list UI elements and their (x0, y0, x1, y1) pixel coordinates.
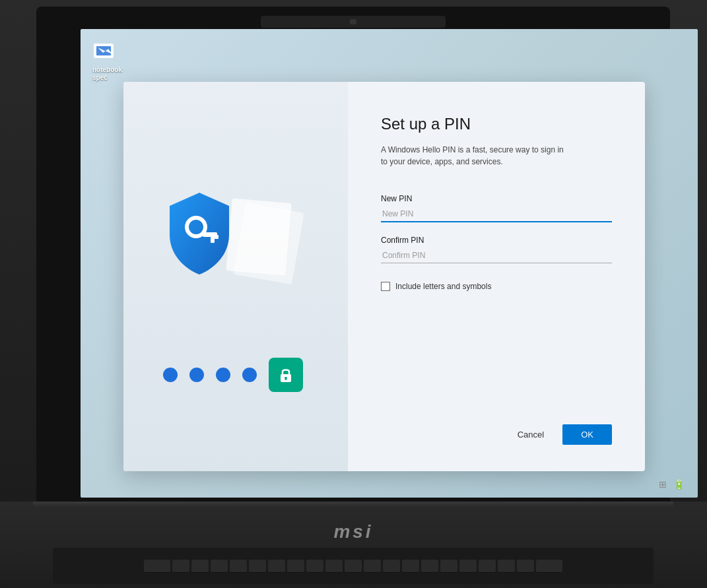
dot-1 (163, 368, 178, 382)
key (479, 560, 496, 573)
new-pin-label: New PIN (381, 194, 612, 203)
shield-area (156, 187, 288, 306)
confirm-pin-input[interactable] (381, 247, 612, 263)
keyboard-area (53, 548, 654, 584)
key (459, 560, 477, 573)
svg-rect-6 (215, 235, 219, 239)
button-row: Cancel OK (381, 424, 612, 445)
camera-bar (261, 16, 446, 28)
svg-rect-9 (285, 378, 286, 380)
key (536, 560, 562, 573)
svg-rect-5 (211, 237, 215, 243)
dialog-description: A Windows Hello PIN is a fast, secure wa… (381, 144, 566, 168)
key (211, 560, 228, 573)
key (440, 560, 457, 573)
dialog-title: Set up a PIN (381, 115, 612, 133)
dialog-illustration (123, 82, 348, 471)
logo-brand-line2: spec (92, 74, 108, 82)
key (364, 560, 381, 573)
laptop-bottom: msi (0, 502, 707, 588)
windows-dialog: Set up a PIN A Windows Hello PIN is a fa… (123, 82, 645, 471)
dot-4 (242, 368, 257, 382)
confirm-pin-label: Confirm PIN (381, 236, 612, 245)
ok-button[interactable]: OK (562, 424, 612, 445)
security-shield-icon (156, 187, 242, 280)
new-pin-input[interactable] (381, 206, 612, 222)
key (172, 560, 189, 573)
new-pin-group: New PIN (381, 194, 612, 222)
key (517, 560, 534, 573)
key (191, 560, 209, 573)
camera-indicator (350, 19, 356, 24)
screen-content: notebook spec (81, 29, 698, 498)
checkbox-label: Include letters and symbols (395, 282, 491, 291)
key (325, 560, 343, 573)
key (421, 560, 438, 573)
cancel-button[interactable]: Cancel (507, 424, 555, 445)
checkbox-row: Include letters and symbols (381, 282, 612, 291)
confirm-pin-group: Confirm PIN (381, 236, 612, 263)
key (249, 560, 266, 573)
key (383, 560, 400, 573)
laptop-hinge (33, 502, 673, 507)
dialog-form: Set up a PIN A Windows Hello PIN is a fa… (348, 82, 645, 471)
include-letters-checkbox[interactable] (381, 282, 390, 291)
laptop-frame: notebook spec (0, 0, 707, 588)
key (230, 560, 247, 573)
notebookspec-logo-icon (92, 41, 124, 65)
key (306, 560, 323, 573)
logo-brand: notebook (92, 66, 122, 74)
key (268, 560, 285, 573)
taskbar-icon-2: 🔋 (673, 479, 685, 490)
lock-icon (276, 365, 296, 385)
lock-box (269, 358, 303, 392)
key (144, 560, 170, 573)
key (287, 560, 304, 573)
dot-3 (216, 368, 230, 382)
key (345, 560, 362, 573)
dots-row (163, 358, 303, 392)
logo-area: notebook spec (92, 41, 124, 82)
taskbar-icon-1: ⊞ (659, 479, 667, 490)
msi-brand-logo: msi (333, 521, 373, 542)
taskbar-icons: ⊞ 🔋 (659, 479, 685, 490)
screen-bezel: notebook spec (36, 7, 670, 502)
key (402, 560, 419, 573)
dot-2 (189, 368, 204, 382)
key (498, 560, 515, 573)
